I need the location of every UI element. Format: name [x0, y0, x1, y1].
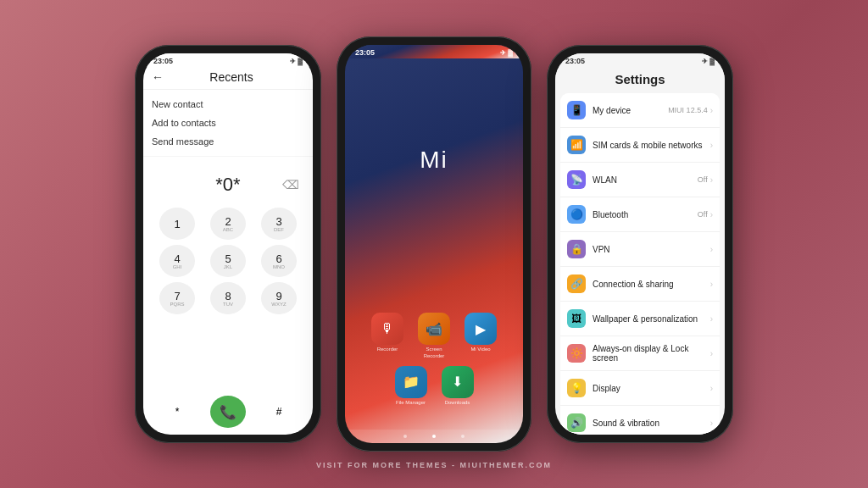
key-8[interactable]: 8TUV — [210, 282, 246, 314]
settings-list: 📱 My device MIUI 12.5.4 › 📶 SIM cards & … — [560, 93, 720, 435]
connection-title: Connection & sharing — [593, 280, 710, 289]
wallpaper-icon: 🖼 — [567, 309, 586, 328]
settings-item-my-device[interactable]: 📱 My device MIUI 12.5.4 › — [560, 93, 720, 128]
settings-item-vpn[interactable]: 🔒 VPN › — [560, 232, 720, 267]
battery-icon-3: ▓ — [709, 58, 715, 65]
vpn-title: VPN — [593, 245, 710, 254]
dialer-menu: New contact Add to contacts Send message — [143, 90, 313, 157]
app-downloads[interactable]: ⬇ Downloads — [438, 366, 476, 406]
display-right: › — [710, 384, 713, 393]
delete-button[interactable]: ⌫ — [282, 178, 299, 191]
app-screen-recorder[interactable]: 📹 Screen Recorder — [415, 313, 453, 358]
key-6[interactable]: 6MNO — [261, 245, 297, 277]
key-2[interactable]: 2ABC — [210, 208, 246, 240]
wlan-content: WLAN — [593, 175, 698, 185]
menu-new-contact[interactable]: New contact — [152, 95, 304, 114]
settings-item-wallpaper[interactable]: 🖼 Wallpaper & personalization › — [560, 302, 720, 336]
always-on-right: › — [710, 349, 713, 358]
airplane-icon-3: ✈ — [702, 58, 708, 65]
chevron-icon-sim: › — [710, 141, 713, 150]
my-device-icon: 📱 — [567, 101, 586, 119]
number-display: *0* ⌫ — [143, 157, 313, 204]
dialpad-row-1: 1 2ABC 3DEF — [152, 208, 304, 240]
key-star[interactable]: * — [159, 396, 195, 428]
connection-content: Connection & sharing — [593, 280, 710, 289]
app-recorder[interactable]: 🎙 Recorder — [369, 313, 407, 358]
status-bar-1: 23:05 ✈ ▓ — [143, 53, 313, 67]
battery-icon: ▓ — [298, 58, 303, 65]
key-9[interactable]: 9WXYZ — [261, 282, 297, 314]
dialpad-bottom-row: * 📞 # — [143, 391, 313, 435]
key-4[interactable]: 4GHI — [159, 245, 195, 277]
status-bar-3: 23:05 ✈ ▓ — [555, 53, 725, 67]
vpn-content: VPN — [593, 245, 710, 254]
wlan-title: WLAN — [593, 175, 698, 185]
watermark: VISIT FOR MORE THEMES - MIUITHEMER.COM — [0, 461, 868, 469]
file-manager-label: File Manager — [396, 400, 426, 406]
screen-recorder-label: Screen Recorder — [415, 347, 453, 358]
wlan-right: Off › — [698, 175, 713, 185]
mi-video-label: Mi Video — [470, 347, 490, 352]
downloads-icon: ⬇ — [442, 366, 474, 398]
bluetooth-title: Bluetooth — [593, 210, 698, 219]
recorder-label: Recorder — [377, 347, 398, 352]
settings-item-display[interactable]: 💡 Display › — [560, 371, 720, 406]
my-device-title: My device — [593, 106, 668, 115]
airplane-icon-2: ✈ — [500, 49, 506, 57]
sound-right: › — [710, 419, 713, 428]
menu-send-message[interactable]: Send message — [152, 132, 304, 151]
display-title: Display — [593, 384, 710, 393]
dialpad-row-3: 7PQRS 8TUV 9WXYZ — [152, 282, 304, 314]
chevron-icon-wlan: › — [710, 175, 713, 185]
display-icon: 💡 — [567, 379, 586, 397]
always-on-content: Always-on display & Lock screen — [593, 344, 710, 363]
back-button[interactable]: ← — [152, 70, 164, 84]
settings-item-sound[interactable]: 🔊 Sound & vibration › — [560, 406, 720, 435]
my-device-right: MIUI 12.5.4 › — [668, 106, 713, 115]
app-file-manager[interactable]: 📁 File Manager — [392, 366, 430, 406]
dialer-title: Recents — [170, 70, 304, 84]
chevron-icon-bluetooth: › — [710, 210, 713, 219]
phone-dialer-wrapper: 23:05 ✈ ▓ ← Recents New contact Add to c… — [135, 45, 321, 443]
settings-item-wlan[interactable]: 📡 WLAN Off › — [560, 163, 720, 197]
mi-video-icon: ▶ — [465, 313, 497, 345]
app-mi-video[interactable]: ▶ Mi Video — [462, 313, 500, 358]
home-apps-area: 🎙 Recorder 📹 Screen Recorder ▶ Mi Video — [345, 313, 523, 430]
screen-recorder-icon: 📹 — [418, 313, 450, 345]
wallpaper-right: › — [710, 314, 713, 324]
key-3[interactable]: 3DEF — [261, 208, 297, 240]
sound-title: Sound & vibration — [593, 419, 710, 428]
chevron-icon-wallpaper: › — [710, 314, 713, 324]
nav-dot-1 — [403, 435, 407, 438]
home-bottom-bar — [345, 430, 523, 443]
time-3: 23:05 — [565, 57, 585, 65]
key-hash[interactable]: # — [261, 396, 297, 428]
vpn-icon: 🔒 — [567, 240, 586, 258]
status-icons-2: ✈ ▓ — [500, 49, 513, 57]
settings-item-sim[interactable]: 📶 SIM cards & mobile networks › — [560, 128, 720, 163]
phone-settings-wrapper: 23:05 ✈ ▓ Settings 📱 My device MIU — [547, 45, 733, 443]
bluetooth-icon: 🔵 — [567, 205, 586, 224]
status-icons-3: ✈ ▓ — [702, 58, 715, 65]
key-1[interactable]: 1 — [159, 208, 195, 240]
settings-screen: 23:05 ✈ ▓ Settings 📱 My device MIU — [555, 53, 725, 435]
my-device-value: MIUI 12.5.4 — [668, 106, 708, 114]
vpn-right: › — [710, 245, 713, 254]
dialpad: 1 2ABC 3DEF 4GHI 5JKL 6MNO 7PQRS 8TUV 9W… — [143, 204, 313, 391]
settings-item-connection[interactable]: 🔗 Connection & sharing › — [560, 267, 720, 302]
wallpaper-title: Wallpaper & personalization — [593, 314, 710, 324]
chevron-icon: › — [710, 106, 713, 115]
bluetooth-right: Off › — [698, 210, 713, 219]
apps-row-2: 📁 File Manager ⬇ Downloads — [353, 366, 515, 406]
menu-add-contact[interactable]: Add to contacts — [152, 114, 304, 132]
settings-item-always-on[interactable]: 🔆 Always-on display & Lock screen › — [560, 336, 720, 371]
key-7[interactable]: 7PQRS — [159, 282, 195, 314]
home-screen: 23:05 ✈ ▓ Mi 🎙 Recorder — [345, 45, 523, 443]
connection-right: › — [710, 280, 713, 289]
key-5[interactable]: 5JKL — [210, 245, 246, 277]
connection-icon: 🔗 — [567, 274, 586, 293]
settings-item-bluetooth[interactable]: 🔵 Bluetooth Off › — [560, 197, 720, 232]
sound-content: Sound & vibration — [593, 419, 710, 428]
call-button[interactable]: 📞 — [210, 396, 246, 428]
always-on-icon: 🔆 — [567, 344, 586, 363]
